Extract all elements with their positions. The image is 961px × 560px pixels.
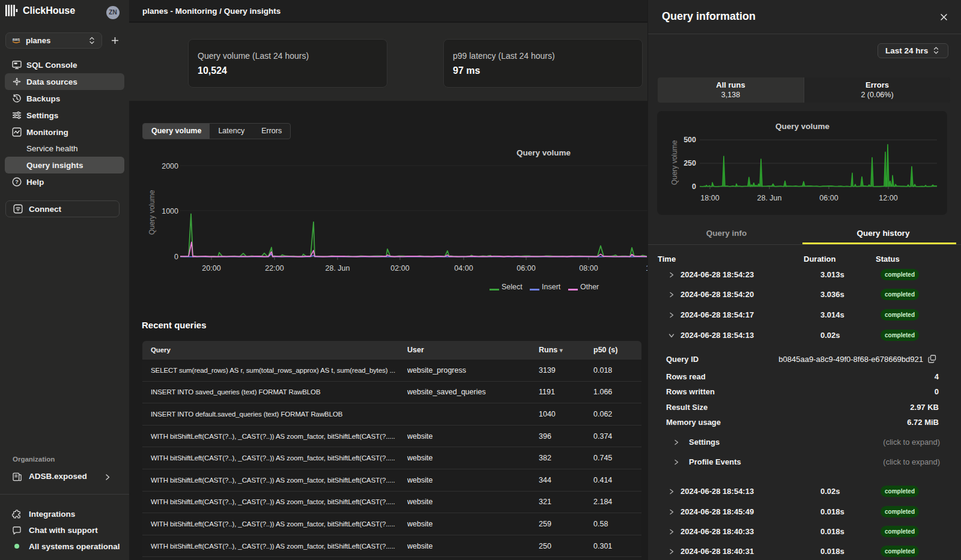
svg-text:?: ?	[15, 179, 19, 185]
svg-text:aws: aws	[13, 37, 20, 41]
